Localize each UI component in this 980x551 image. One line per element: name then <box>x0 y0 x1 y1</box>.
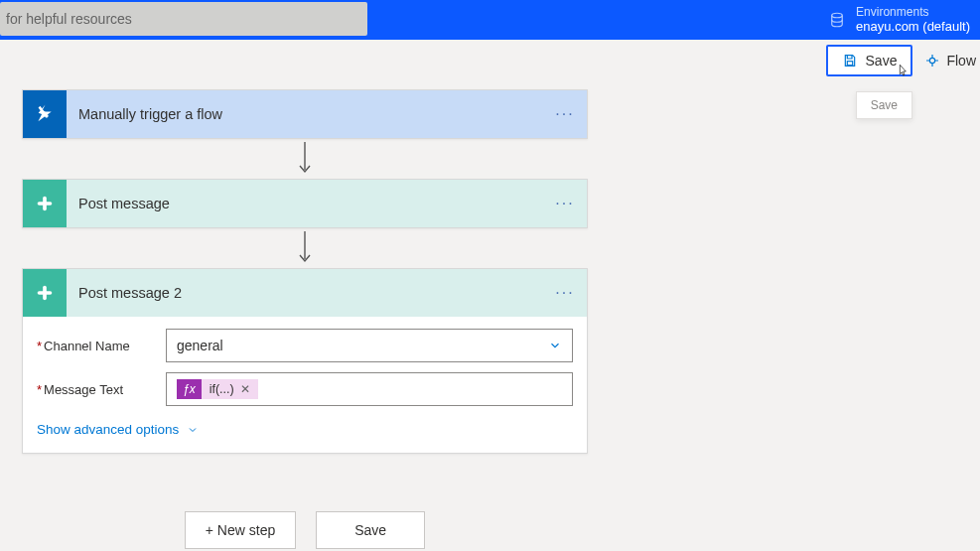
channel-value: general <box>177 338 223 353</box>
action2-header[interactable]: Post message 2 ··· <box>23 269 587 317</box>
fx-icon: ƒx <box>177 379 202 399</box>
trigger-title: Manually trigger a flow <box>67 106 543 122</box>
chevron-down-icon <box>187 424 199 436</box>
svg-point-3 <box>45 114 49 118</box>
footer-save-label: Save <box>354 522 386 538</box>
expression-token[interactable]: ƒx if(...) ✕ <box>177 379 258 399</box>
message-text-input[interactable]: ƒx if(...) ✕ <box>166 372 573 406</box>
action1-header[interactable]: Post message ··· <box>23 180 587 227</box>
footer-save-button[interactable]: Save <box>316 511 425 549</box>
action2-title: Post message 2 <box>67 285 543 301</box>
required-indicator: * <box>37 339 42 353</box>
trigger-card[interactable]: Manually trigger a flow ··· <box>22 89 588 139</box>
message-label: *Message Text <box>37 382 166 397</box>
top-bar: for helpful resources Environments enayu… <box>0 0 980 40</box>
action-card-post-message[interactable]: Post message ··· <box>22 179 588 228</box>
action1-title: Post message <box>67 196 543 211</box>
action2-body: *Channel Name general *Message Text ƒx i… <box>23 317 587 453</box>
action2-menu[interactable]: ··· <box>543 284 587 302</box>
flow-checker-icon <box>924 53 940 69</box>
cursor-pointer-icon <box>895 64 910 79</box>
action-card-post-message-2: Post message 2 ··· *Channel Name general… <box>22 268 588 454</box>
remove-token-button[interactable]: ✕ <box>240 382 250 396</box>
save-tooltip: Save <box>856 91 912 119</box>
message-row: *Message Text ƒx if(...) ✕ <box>37 372 573 406</box>
svg-point-2 <box>930 58 935 63</box>
search-placeholder: for helpful resources <box>6 11 132 27</box>
footer-buttons: + New step Save <box>22 511 588 549</box>
chevron-down-icon <box>548 339 562 352</box>
required-indicator: * <box>37 382 42 397</box>
connector-arrow <box>22 139 588 179</box>
database-icon <box>828 11 846 29</box>
connector-arrow <box>22 228 588 268</box>
action1-menu[interactable]: ··· <box>543 195 587 212</box>
svg-rect-9 <box>43 286 47 301</box>
environment-switcher[interactable]: Environments enayu.com (default) <box>828 0 970 40</box>
advanced-options-toggle[interactable]: Show advanced options <box>37 422 573 437</box>
trigger-menu[interactable]: ··· <box>543 105 587 123</box>
environments-label: Environments <box>856 5 970 19</box>
new-step-button[interactable]: + New step <box>185 511 296 549</box>
svg-rect-1 <box>847 62 852 66</box>
channel-row: *Channel Name general <box>37 329 573 362</box>
flow-canvas: Manually trigger a flow ··· Post message… <box>22 89 588 549</box>
channel-name-dropdown[interactable]: general <box>166 329 573 362</box>
new-step-label: + New step <box>206 522 275 538</box>
advanced-options-label: Show advanced options <box>37 422 179 437</box>
flow-checker-label: Flow <box>946 53 976 69</box>
expression-token-label: if(...) <box>210 382 234 396</box>
search-input[interactable]: for helpful resources <box>0 2 367 36</box>
svg-rect-6 <box>43 197 47 211</box>
flow-checker-button[interactable]: Flow <box>916 47 980 74</box>
save-button-label: Save <box>866 53 898 69</box>
slack-icon <box>23 180 67 227</box>
save-icon <box>842 53 858 69</box>
svg-point-0 <box>832 13 843 18</box>
trigger-header[interactable]: Manually trigger a flow ··· <box>23 90 587 138</box>
slack-icon <box>23 269 67 317</box>
channel-label: *Channel Name <box>37 339 166 353</box>
environment-name: enayu.com (default) <box>856 19 970 35</box>
trigger-icon <box>23 90 67 138</box>
